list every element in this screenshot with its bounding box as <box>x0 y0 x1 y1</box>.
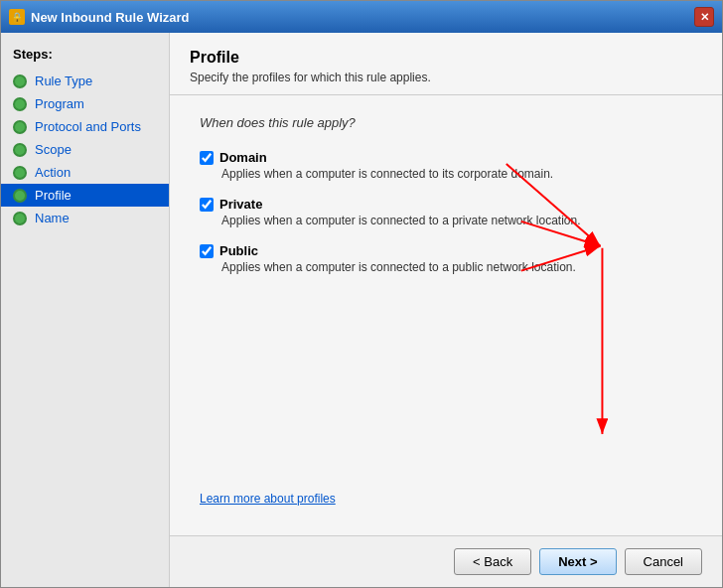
domain-description: Applies when a computer is connected to … <box>221 167 692 181</box>
domain-label-text: Domain <box>219 150 267 165</box>
sidebar-item-profile[interactable]: Profile <box>1 184 169 207</box>
sidebar-title: Steps: <box>1 43 169 70</box>
public-option: Public Applies when a computer is connec… <box>200 243 692 274</box>
step-dot-profile <box>13 189 27 203</box>
public-description: Applies when a computer is connected to … <box>221 260 692 274</box>
sidebar-item-action[interactable]: Action <box>1 161 169 184</box>
sidebar-item-protocol-ports[interactable]: Protocol and Ports <box>1 115 169 138</box>
title-bar-left: 🔒 New Inbound Rule Wizard <box>9 9 190 25</box>
step-dot-program <box>13 97 27 111</box>
sidebar-label-profile: Profile <box>35 188 72 203</box>
title-bar: 🔒 New Inbound Rule Wizard ✕ <box>1 1 722 33</box>
sidebar-item-rule-type[interactable]: Rule Type <box>1 70 169 92</box>
main-header: Profile Specify the profiles for which t… <box>170 33 722 95</box>
sidebar-label-rule-type: Rule Type <box>35 74 92 88</box>
sidebar-label-name: Name <box>35 211 70 225</box>
window-icon: 🔒 <box>9 9 25 25</box>
learn-more-link[interactable]: Learn more about profiles <box>200 492 336 506</box>
back-button[interactable]: < Back <box>454 548 531 575</box>
sidebar-label-protocol-ports: Protocol and Ports <box>35 119 141 134</box>
footer: < Back Next > Cancel <box>170 535 722 587</box>
domain-checkbox[interactable] <box>200 151 214 165</box>
cancel-button[interactable]: Cancel <box>625 548 702 575</box>
step-dot-action <box>13 166 27 180</box>
content-area: Steps: Rule Type Program Protocol and Po… <box>1 33 722 587</box>
private-checkbox[interactable] <box>200 198 214 212</box>
sidebar-label-program: Program <box>35 96 84 111</box>
sidebar-item-name[interactable]: Name <box>1 207 169 229</box>
domain-label[interactable]: Domain <box>200 150 692 165</box>
private-description: Applies when a computer is connected to … <box>221 214 692 227</box>
sidebar-item-scope[interactable]: Scope <box>1 138 169 161</box>
step-dot-scope <box>13 143 27 157</box>
main-content: When does this rule apply? Domain Applie… <box>170 95 722 535</box>
sidebar: Steps: Rule Type Program Protocol and Po… <box>1 33 170 587</box>
close-button[interactable]: ✕ <box>694 7 714 27</box>
step-dot-rule-type <box>13 74 27 88</box>
next-button[interactable]: Next > <box>539 548 616 575</box>
public-label[interactable]: Public <box>200 243 692 258</box>
private-option: Private Applies when a computer is conne… <box>200 197 692 227</box>
public-label-text: Public <box>219 243 258 258</box>
sidebar-label-scope: Scope <box>35 142 72 157</box>
page-title: Profile <box>190 49 702 67</box>
wizard-window: 🔒 New Inbound Rule Wizard ✕ Steps: Rule … <box>0 0 723 588</box>
private-label-text: Private <box>219 197 262 212</box>
page-subtitle: Specify the profiles for which this rule… <box>190 71 702 84</box>
sidebar-item-program[interactable]: Program <box>1 92 169 115</box>
step-dot-name <box>13 212 27 225</box>
public-checkbox[interactable] <box>200 244 214 258</box>
domain-option: Domain Applies when a computer is connec… <box>200 150 692 181</box>
private-label[interactable]: Private <box>200 197 692 212</box>
main-panel: Profile Specify the profiles for which t… <box>170 33 722 587</box>
window-title: New Inbound Rule Wizard <box>31 10 190 25</box>
step-dot-protocol-ports <box>13 120 27 134</box>
sidebar-label-action: Action <box>35 165 71 180</box>
question-label: When does this rule apply? <box>200 115 692 130</box>
